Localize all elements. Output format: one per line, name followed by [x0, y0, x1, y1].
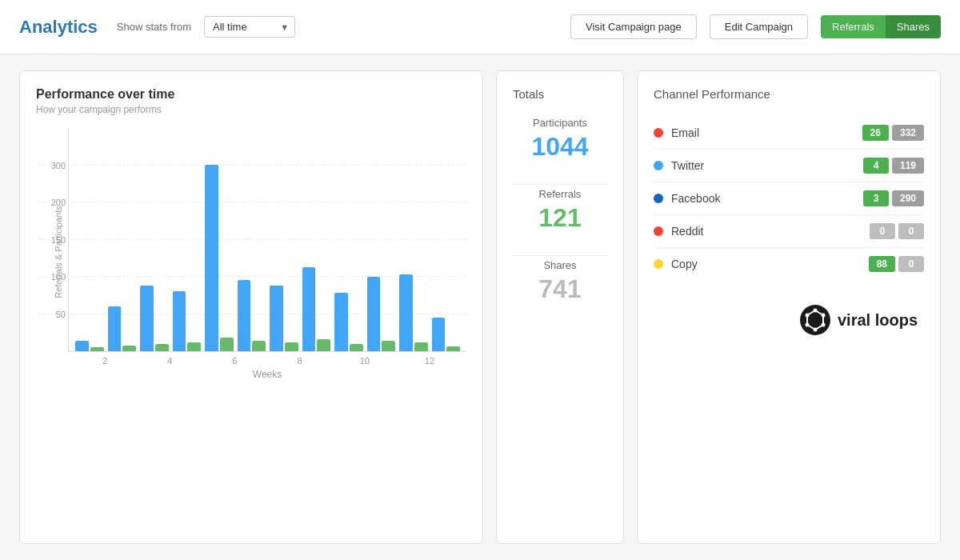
bar-group	[302, 267, 331, 351]
channel-name: Reddit	[671, 225, 862, 238]
channel-shares-badge: 119	[892, 158, 924, 174]
channel-shares-badge: 332	[892, 125, 924, 141]
referrals-shares-toggle: Referrals Shares	[821, 15, 941, 38]
channel-dot	[654, 259, 663, 269]
y-label-50: 50	[56, 310, 66, 319]
bar-group	[367, 277, 396, 351]
bar-blue	[108, 306, 122, 351]
channel-name: Twitter	[671, 159, 855, 172]
bar-green	[350, 344, 363, 351]
bar-blue	[334, 293, 348, 351]
header: Analytics Show stats from All time Last …	[0, 0, 960, 54]
channel-referrals-badge: 26	[862, 125, 889, 141]
svg-point-3	[821, 314, 825, 318]
channel-badges: 26332	[862, 125, 924, 141]
bar-group	[334, 293, 363, 351]
channel-referrals-badge: 4	[863, 158, 889, 174]
bar-group	[140, 286, 169, 351]
bar-blue	[205, 165, 218, 351]
bar-green	[122, 346, 136, 351]
show-stats-label: Show stats from	[117, 21, 191, 33]
chart-panel: Performance over time How your campaign …	[19, 70, 483, 544]
channel-referrals-badge: 3	[863, 190, 889, 206]
channel-dot	[654, 161, 663, 170]
channel-dot	[654, 226, 663, 236]
bar-green	[90, 347, 104, 351]
svg-point-2	[813, 309, 817, 313]
bar-green	[252, 341, 266, 351]
footer-logo: viral loops	[654, 304, 924, 336]
channel-dot	[654, 194, 663, 203]
shares-button[interactable]: Shares	[886, 15, 941, 38]
channel-row: Facebook3290	[654, 182, 924, 215]
totals-title: Totals	[513, 87, 544, 101]
bar-green	[187, 342, 201, 351]
bar-blue	[173, 291, 186, 351]
x-label: 6	[204, 356, 265, 366]
participants-label: Participants	[531, 117, 588, 129]
chart-area: Referrals & Participants 300 200 150 100…	[36, 128, 466, 376]
chart-subtitle: How your campaign performs	[36, 104, 466, 115]
channel-referrals-badge: 0	[870, 223, 895, 239]
bar-green	[220, 338, 234, 351]
y-label-300: 300	[51, 161, 66, 170]
bar-green	[317, 339, 330, 351]
time-filter-select[interactable]: All time Last 7 days Last 30 days Last 9…	[204, 16, 295, 38]
bar-green	[155, 344, 169, 351]
channel-shares-badge: 290	[892, 190, 924, 206]
x-label: 10	[334, 356, 395, 366]
channel-referrals-badge: 88	[869, 256, 895, 272]
bar-green	[446, 346, 460, 351]
channel-panel: Channel Performance Email26332Twitter411…	[637, 70, 941, 544]
channel-badges: 3290	[863, 190, 924, 206]
shares-label: Shares	[538, 259, 581, 271]
channel-row: Reddit00	[654, 215, 924, 248]
chart-inner: 300 200 150 100 50	[68, 128, 466, 352]
channel-row: Copy880	[654, 248, 924, 280]
bar-group	[75, 341, 104, 351]
channel-row: Twitter4119	[654, 150, 924, 182]
x-label: 8	[270, 356, 330, 366]
bar-green	[382, 341, 395, 351]
chart-title: Performance over time	[36, 87, 466, 102]
bar-green	[414, 342, 428, 351]
y-axis-label: Referrals & Participants	[54, 206, 63, 298]
viral-loops-icon	[799, 304, 831, 336]
svg-point-5	[813, 328, 817, 332]
bar-blue	[75, 341, 89, 351]
referrals-value: 121	[538, 203, 581, 233]
y-label-150: 150	[51, 235, 66, 245]
referrals-label: Referrals	[538, 188, 581, 200]
channel-badges: 00	[870, 223, 924, 239]
shares-value: 741	[538, 274, 581, 304]
shares-stat: Shares 741	[538, 259, 581, 304]
y-label-200: 200	[51, 198, 66, 207]
bar-group	[238, 280, 266, 351]
bar-group	[108, 306, 137, 351]
bar-group	[270, 286, 298, 351]
bar-group	[173, 291, 202, 351]
channel-name: Email	[671, 126, 854, 139]
visit-campaign-button[interactable]: Visit Campaign page	[570, 14, 697, 39]
x-labels-row: 24681012	[68, 356, 466, 366]
participants-stat: Participants 1044	[531, 117, 588, 162]
x-label: 4	[139, 356, 200, 366]
edit-campaign-button[interactable]: Edit Campaign	[710, 14, 808, 39]
channel-shares-badge: 0	[898, 256, 924, 272]
bar-blue	[140, 286, 154, 351]
channel-rows: Email26332Twitter4119Facebook3290Reddit0…	[654, 117, 924, 280]
bar-group	[399, 274, 428, 351]
svg-point-6	[805, 323, 809, 327]
channel-name: Copy	[671, 258, 861, 270]
referrals-button[interactable]: Referrals	[821, 15, 886, 38]
bar-blue	[399, 274, 413, 351]
channel-row: Email26332	[654, 117, 924, 150]
bar-blue	[302, 267, 316, 351]
x-axis-label: Weeks	[68, 369, 466, 380]
x-label: 12	[399, 356, 460, 366]
totals-panel: Totals Participants 1044 Referrals 121 S…	[496, 70, 624, 544]
bar-group	[432, 318, 461, 351]
page-title: Analytics	[19, 17, 98, 38]
channel-badges: 4119	[863, 158, 924, 174]
bars-container	[69, 128, 466, 351]
